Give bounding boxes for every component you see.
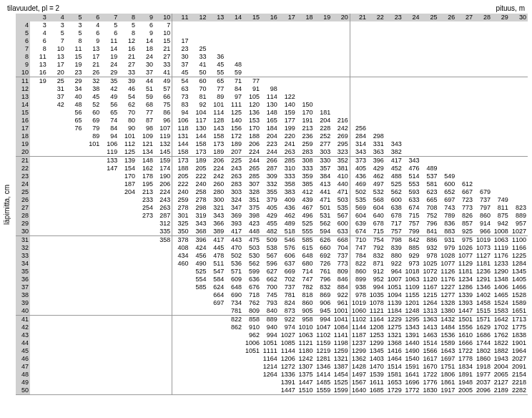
cell: [438, 77, 456, 86]
cell: 259: [297, 140, 315, 148]
cell: 697: [207, 299, 225, 307]
cell: [438, 61, 456, 69]
cell: [474, 85, 492, 93]
cell: [84, 172, 102, 180]
cell: [101, 339, 119, 347]
col-header: 9: [137, 14, 154, 21]
cell: 615: [297, 244, 315, 252]
cell: [101, 299, 119, 307]
cell: 9: [84, 37, 102, 45]
cell: [172, 299, 190, 307]
cell: 44: [137, 77, 154, 86]
row-header: 45: [16, 347, 30, 355]
cell: [207, 371, 225, 379]
cell: [403, 45, 421, 53]
cell: 535: [350, 196, 368, 204]
cell: [350, 93, 368, 101]
cell: [30, 132, 48, 140]
cell: [332, 69, 350, 77]
cell: 132: [154, 140, 172, 148]
cell: 518: [279, 228, 297, 236]
cell: 1041: [332, 316, 350, 324]
cell: 1184: [385, 307, 403, 316]
cell: [403, 117, 421, 125]
cell: [30, 276, 48, 283]
cell: 1248: [403, 307, 421, 316]
cell: [421, 45, 439, 53]
cell: 70: [119, 109, 137, 117]
cell: 899: [350, 276, 368, 283]
cell: 1141: [332, 331, 350, 339]
cell: 1802: [474, 347, 492, 355]
cell: [315, 29, 332, 37]
cell: [154, 387, 172, 395]
cell: [119, 244, 137, 252]
cell: 436: [279, 204, 297, 212]
cell: [137, 307, 154, 316]
row-header: 18: [16, 132, 30, 140]
cell: 343: [403, 157, 421, 165]
cell: [243, 29, 261, 37]
cell: [66, 157, 84, 165]
cell: 623: [421, 188, 439, 196]
cell: 1666: [456, 339, 474, 347]
cell: [368, 45, 385, 53]
cell: [137, 236, 154, 245]
cell: 1025: [421, 260, 439, 268]
cell: 54: [172, 77, 190, 86]
cell: [492, 117, 510, 125]
cell: 188: [243, 132, 261, 140]
cell: 6: [137, 21, 154, 29]
cell: [137, 316, 154, 324]
cell: [456, 172, 474, 180]
cell: 471: [315, 196, 332, 204]
cell: 92: [190, 101, 208, 109]
row-header: 31: [16, 236, 30, 245]
row-header: 38: [16, 291, 30, 299]
cell: [48, 148, 66, 157]
cell: [474, 140, 492, 148]
cell: 1346: [474, 283, 492, 291]
cell: 448: [243, 228, 261, 236]
cell: [101, 379, 119, 387]
cell: [510, 29, 528, 37]
cell: 382: [385, 148, 403, 157]
cell: 27: [119, 61, 137, 69]
cell: [66, 299, 84, 307]
cell: 1685: [368, 387, 385, 395]
cell: 502: [350, 188, 368, 196]
cell: [474, 172, 492, 180]
cell: 7: [154, 21, 172, 29]
cell: 136: [243, 109, 261, 117]
cell: 1237: [350, 339, 368, 347]
cell: [30, 260, 48, 268]
cell: 188: [172, 165, 190, 172]
cell: 112: [119, 140, 137, 148]
cell: 912: [368, 268, 385, 276]
cell: 23: [172, 45, 190, 53]
table-row: 4182285888992295899410411102116412291295…: [16, 316, 528, 324]
col-header: 16: [261, 14, 279, 21]
cell: 263: [225, 172, 243, 180]
cell: 1375: [297, 371, 315, 379]
cell: [84, 371, 102, 379]
cell: [438, 125, 456, 132]
cell: [421, 61, 439, 69]
cell: [474, 148, 492, 157]
cell: [474, 165, 492, 172]
cell: 875: [492, 212, 510, 220]
cell: [510, 21, 528, 29]
cell: 24: [137, 53, 154, 61]
cell: [154, 347, 172, 355]
cell: 389: [207, 228, 225, 236]
cell: [368, 117, 385, 125]
cell: 600: [385, 196, 403, 204]
cell: [66, 172, 84, 180]
cell: [403, 101, 421, 109]
cell: [137, 387, 154, 395]
row-header: 7: [16, 45, 30, 53]
cell: [84, 379, 102, 387]
cell: 30: [172, 53, 190, 61]
cell: 11: [101, 37, 119, 45]
cell: 832: [368, 252, 385, 260]
